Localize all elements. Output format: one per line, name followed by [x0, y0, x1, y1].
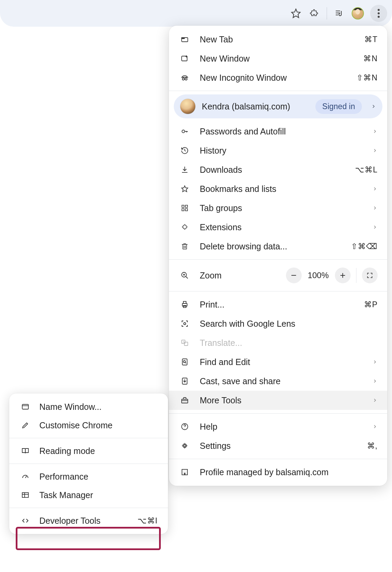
menu-label: New Tab: [200, 35, 364, 44]
menu-profile-managed[interactable]: Profile managed by balsamiq.com: [169, 463, 387, 482]
menu-tab-groups[interactable]: Tab groups: [169, 198, 387, 218]
svg-rect-60: [22, 493, 28, 497]
menu-label: Downloads: [200, 165, 355, 175]
zoom-icon: [179, 271, 191, 280]
zoom-in-button[interactable]: +: [335, 268, 351, 283]
submenu-label: Customise Chrome: [39, 420, 158, 430]
submenu-developer-tools[interactable]: Developer Tools ⌥⌘I: [9, 511, 168, 530]
window-plus-icon: [179, 54, 191, 63]
zoom-separator: [356, 268, 356, 283]
svg-marker-19: [182, 186, 188, 192]
table-icon: [19, 491, 31, 499]
shortcut: ⌘,: [367, 441, 378, 451]
shortcut: ⇧⌘⌫: [351, 242, 378, 251]
kebab-menu-icon[interactable]: [370, 5, 387, 22]
menu-separator: [169, 91, 387, 91]
svg-rect-20: [182, 205, 184, 207]
menu-print[interactable]: Print... ⌘P: [169, 295, 387, 314]
lens-icon: [179, 320, 191, 328]
submenu-name-window[interactable]: Name Window...: [9, 398, 168, 416]
profile-avatar-icon[interactable]: [352, 7, 364, 20]
more-tools-submenu: Name Window... Customise Chrome Reading …: [9, 393, 168, 534]
svg-rect-21: [185, 205, 187, 207]
puzzle-icon: [179, 223, 191, 231]
svg-rect-31: [183, 301, 186, 303]
submenu-label: Task Manager: [39, 490, 158, 500]
menu-label: New Window: [200, 54, 363, 64]
chevron-right-icon: [372, 148, 378, 153]
menu-new-window[interactable]: New Window ⌘N: [169, 49, 387, 68]
building-icon: [179, 468, 191, 476]
svg-line-59: [25, 476, 27, 478]
menu-separator: [169, 259, 387, 260]
menu-profile[interactable]: Kendra (balsamiq.com) Signed in: [174, 94, 382, 118]
menu-settings[interactable]: Settings ⌘,: [169, 436, 387, 455]
chevron-right-icon: [372, 129, 378, 134]
submenu-label: Performance: [39, 472, 158, 482]
svg-rect-23: [185, 209, 187, 211]
menu-history[interactable]: History: [169, 141, 387, 160]
menu-delete-data[interactable]: Delete browsing data... ⇧⌘⌫: [169, 237, 387, 256]
submenu-reading-mode[interactable]: Reading mode: [9, 442, 168, 460]
menu-passwords[interactable]: Passwords and Autofill: [169, 122, 387, 141]
menu-separator: [169, 459, 387, 459]
signed-in-badge: Signed in: [315, 99, 362, 114]
chevron-right-icon: [372, 186, 378, 192]
submenu-performance[interactable]: Performance: [9, 467, 168, 486]
svg-rect-5: [182, 38, 184, 39]
media-icon[interactable]: [333, 7, 345, 20]
menu-help[interactable]: Help: [169, 417, 387, 436]
grid-icon: [179, 204, 191, 212]
submenu-label: Name Window...: [39, 402, 158, 412]
menu-label: Tab groups: [200, 203, 369, 213]
toolbox-icon: [179, 396, 191, 404]
submenu-label: Reading mode: [39, 446, 158, 456]
svg-rect-42: [182, 399, 188, 403]
chevron-right-icon: [372, 378, 378, 384]
shortcut: ⌥⌘L: [355, 165, 378, 174]
submenu-separator: [9, 508, 168, 508]
menu-incognito[interactable]: New Incognito Window ⇧⌘N: [169, 68, 387, 87]
menu-downloads[interactable]: Downloads ⌥⌘L: [169, 160, 387, 179]
svg-rect-56: [184, 473, 185, 475]
translate-icon: A: [179, 339, 191, 347]
star-icon[interactable]: [290, 7, 302, 20]
menu-find[interactable]: Find and Edit: [169, 352, 387, 372]
zoom-out-button[interactable]: −: [286, 268, 302, 283]
toolbar-separator: [327, 7, 327, 20]
svg-rect-32: [183, 306, 186, 308]
submenu-separator: [9, 438, 168, 438]
menu-label: Translate...: [200, 338, 378, 348]
menu-label: Profile managed by balsamiq.com: [200, 467, 378, 477]
speedometer-icon: [19, 472, 31, 481]
extension-icon[interactable]: [308, 7, 321, 20]
svg-rect-22: [182, 209, 184, 211]
menu-separator: [169, 291, 387, 291]
submenu-label: Developer Tools: [39, 516, 138, 526]
cast-icon: [179, 377, 191, 385]
menu-label: Print...: [200, 300, 364, 310]
avatar-icon: [180, 99, 196, 114]
menu-new-tab[interactable]: New Tab ⌘T: [169, 30, 387, 49]
submenu-task-manager[interactable]: Task Manager: [9, 486, 168, 504]
svg-rect-37: [182, 359, 187, 365]
window-icon: [19, 403, 31, 411]
svg-point-10: [182, 78, 184, 80]
shortcut: ⇧⌘N: [356, 73, 378, 82]
pencil-icon: [19, 421, 31, 429]
menu-more-tools[interactable]: More Tools: [169, 391, 387, 410]
fullscreen-button[interactable]: [362, 268, 378, 283]
menu-cast[interactable]: Cast, save and share: [169, 372, 387, 391]
svg-line-27: [186, 276, 188, 278]
chevron-right-icon: [372, 398, 378, 403]
menu-label: New Incognito Window: [200, 73, 356, 83]
chevron-right-icon: [372, 359, 378, 365]
shortcut: ⌘P: [364, 300, 378, 309]
menu-lens[interactable]: Search with Google Lens: [169, 314, 387, 333]
menu-extensions[interactable]: Extensions: [169, 218, 387, 237]
submenu-customise[interactable]: Customise Chrome: [9, 416, 168, 434]
menu-zoom: Zoom − 100% +: [169, 263, 387, 288]
menu-bookmarks[interactable]: Bookmarks and lists: [169, 179, 387, 198]
svg-point-33: [184, 323, 186, 325]
code-icon: [19, 517, 31, 525]
